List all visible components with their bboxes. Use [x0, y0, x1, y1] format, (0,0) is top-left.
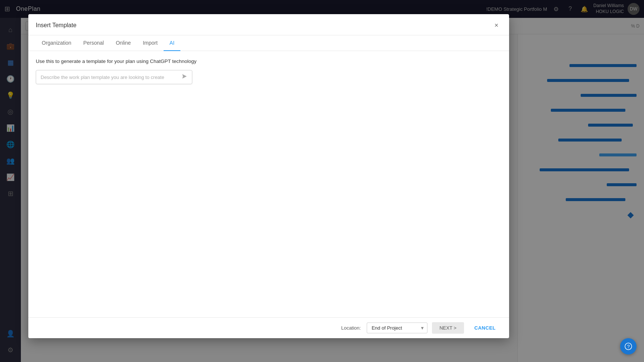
tab-import[interactable]: Import: [137, 35, 164, 51]
send-icon[interactable]: [181, 73, 187, 81]
next-button[interactable]: NEXT >: [432, 322, 464, 334]
dialog-body: Use this to generate a template for your…: [28, 51, 509, 317]
insert-template-dialog: Insert Template × Organization Personal …: [28, 14, 509, 338]
dialog-tabs: Organization Personal Online Import AI: [28, 35, 509, 51]
location-label: Location:: [341, 325, 361, 331]
location-select-wrapper[interactable]: End of Project Beginning of Project Afte…: [367, 323, 427, 333]
tab-personal[interactable]: Personal: [77, 35, 110, 51]
dialog-footer: Location: End of Project Beginning of Pr…: [28, 317, 509, 338]
ai-prompt-input[interactable]: [41, 74, 179, 80]
cancel-button[interactable]: CANCEL: [468, 322, 502, 334]
tab-ai[interactable]: AI: [164, 35, 180, 51]
floating-help-button[interactable]: ?: [620, 338, 637, 355]
dialog-header: Insert Template ×: [28, 14, 509, 35]
dialog-title: Insert Template: [36, 22, 76, 29]
ai-input-wrapper[interactable]: [36, 70, 192, 84]
tab-organization[interactable]: Organization: [36, 35, 77, 51]
svg-text:?: ?: [627, 344, 629, 349]
close-button[interactable]: ×: [491, 20, 502, 31]
tab-online[interactable]: Online: [110, 35, 137, 51]
location-select[interactable]: End of Project Beginning of Project Afte…: [367, 323, 427, 333]
ai-description: Use this to generate a template for your…: [36, 58, 502, 64]
